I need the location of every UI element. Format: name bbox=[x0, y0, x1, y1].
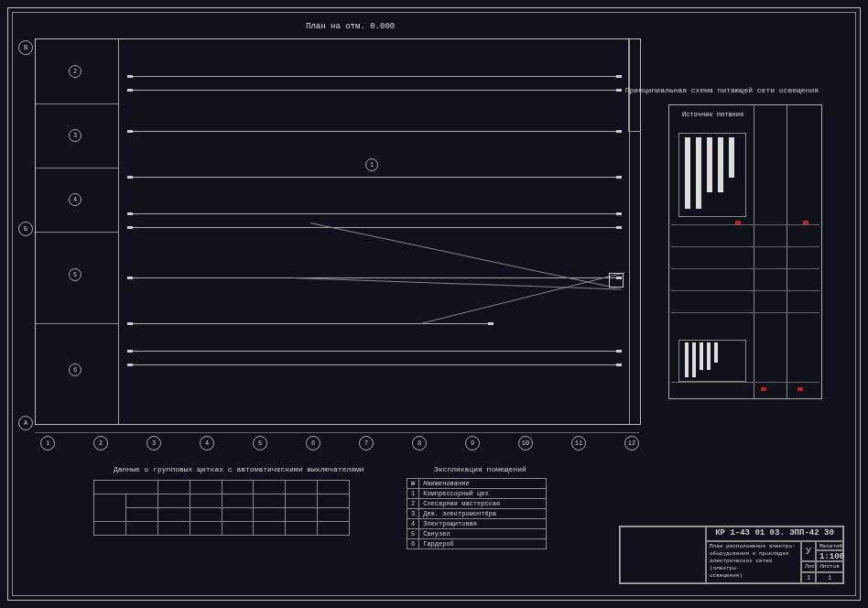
table-row: 4Электрощитовая bbox=[407, 519, 547, 529]
grid-bubble: 10 bbox=[518, 436, 533, 451]
scale-label: Масштаб bbox=[816, 541, 843, 550]
lighting-circuit bbox=[127, 90, 622, 91]
riser bbox=[685, 137, 690, 209]
room-label-main: 1 bbox=[365, 158, 378, 171]
aux-rooms: 2 3 4 5 6 bbox=[36, 39, 119, 424]
room-block: 3 bbox=[36, 103, 118, 168]
table-row: 3Деж. электромонтёра bbox=[407, 509, 547, 519]
riser bbox=[729, 137, 734, 178]
sheet-label: Лист bbox=[801, 561, 816, 572]
room-label: 2 bbox=[69, 65, 81, 78]
room-label: 3 bbox=[69, 129, 81, 142]
signatures-area bbox=[620, 527, 706, 583]
riser bbox=[700, 342, 703, 370]
drawing-frame-inner: План на отм. 0.000 2 3 4 5 6 bbox=[12, 12, 856, 596]
grid-bubble: 1 bbox=[40, 436, 55, 451]
grid-bubble: 11 bbox=[571, 436, 586, 451]
feeder-line bbox=[292, 277, 622, 290]
rooms-table-title: Экспликация помещений bbox=[434, 465, 526, 473]
grid-bubble: 7 bbox=[359, 436, 374, 451]
table-row: 5Санузел bbox=[407, 529, 547, 539]
scheme-spec-row bbox=[671, 224, 819, 247]
desc-line: План расположения электро- bbox=[710, 543, 796, 549]
scheme-source-label: Источник питания bbox=[682, 111, 743, 118]
drawing-code: КР 1-43 01 03. ЭПП-42 30 bbox=[706, 527, 843, 541]
scheme-title: Принципиальная схема питающей сети освещ… bbox=[625, 86, 819, 94]
plan-title: План на отм. 0.000 bbox=[306, 22, 395, 31]
feeder-line bbox=[420, 272, 624, 324]
scheme-spec-row bbox=[671, 246, 819, 269]
grid-bubble: 5 bbox=[253, 436, 267, 451]
room-name: Электрощитовая bbox=[419, 519, 547, 529]
room-no: 1 bbox=[407, 489, 419, 499]
fault-indicator-icon bbox=[761, 387, 766, 391]
sheet-no: 1 bbox=[801, 572, 816, 583]
room-name: Деж. электромонтёра bbox=[419, 509, 547, 519]
room-label: 5 bbox=[69, 268, 81, 281]
grid-bubble: 8 bbox=[412, 436, 427, 451]
grid-bubble: 3 bbox=[146, 436, 161, 451]
shield-table bbox=[93, 480, 350, 536]
floor-plan: 2 3 4 5 6 1 bbox=[35, 38, 641, 425]
lighting-circuit bbox=[127, 277, 622, 278]
lighting-scheme: Источник питания bbox=[668, 104, 822, 399]
scheme-spec-row bbox=[671, 312, 819, 335]
room-no: 2 bbox=[407, 499, 419, 509]
grid-bubble: В bbox=[18, 40, 33, 55]
riser bbox=[714, 342, 718, 363]
room-no: 4 bbox=[407, 519, 419, 529]
grid-bubble: Б bbox=[18, 222, 33, 236]
room-block: 5 bbox=[36, 232, 118, 324]
riser bbox=[707, 342, 711, 370]
letter: У bbox=[801, 541, 816, 561]
lighting-circuit bbox=[127, 177, 622, 178]
grid-bubble: 9 bbox=[465, 436, 480, 451]
fault-indicator-icon bbox=[797, 387, 803, 391]
lighting-circuit bbox=[127, 364, 622, 365]
desc-line: освещения) bbox=[710, 572, 743, 579]
room-label: 4 bbox=[69, 193, 81, 206]
lighting-circuit bbox=[127, 227, 622, 228]
lighting-circuit bbox=[127, 76, 622, 77]
grid-bubble: 4 bbox=[200, 436, 214, 451]
rooms-table: № Наименование 1Компрессорный цех 2Слеса… bbox=[407, 478, 547, 549]
scheme-spec-row bbox=[671, 268, 819, 291]
table-row: 1Компрессорный цех bbox=[407, 489, 547, 499]
lighting-circuit bbox=[127, 351, 622, 352]
scheme-block bbox=[678, 340, 746, 382]
scale-value: 1:100 bbox=[816, 550, 843, 561]
table-row: 6Гардероб bbox=[407, 539, 547, 549]
desc-line: электрических сетей (электро- bbox=[710, 558, 772, 571]
drawing-description: План расположения электро- оборудования … bbox=[706, 541, 801, 583]
rooms-head-name: Наименование bbox=[419, 479, 547, 489]
room-block: 4 bbox=[36, 168, 118, 233]
desc-line: оборудования и прокладки bbox=[710, 550, 788, 557]
lighting-circuit bbox=[127, 323, 494, 324]
grid-bubble: 12 bbox=[624, 436, 639, 451]
grid-numbers-row: 1 2 3 4 5 6 7 8 9 10 11 12 bbox=[35, 427, 639, 454]
room-name: Слесарная мастерская bbox=[419, 499, 547, 509]
riser bbox=[718, 137, 723, 192]
lighting-circuit bbox=[127, 213, 622, 214]
room-no: 3 bbox=[407, 509, 419, 519]
drawing-frame-outer: План на отм. 0.000 2 3 4 5 6 bbox=[7, 7, 861, 601]
title-block: КР 1-43 01 03. ЭПП-42 30 План расположен… bbox=[619, 526, 844, 584]
scheme-spec-row bbox=[671, 290, 819, 313]
riser bbox=[707, 137, 712, 192]
room-name: Санузел bbox=[419, 529, 547, 539]
riser bbox=[692, 342, 696, 377]
scheme-block bbox=[678, 133, 746, 217]
sheets-label: Листов bbox=[816, 561, 843, 572]
sheets-no: 1 bbox=[816, 572, 843, 583]
table-row: 2Слесарная мастерская bbox=[407, 499, 547, 509]
grid-bubble: А bbox=[18, 416, 33, 430]
rooms-head-no: № bbox=[407, 479, 419, 489]
room-label: 6 bbox=[69, 364, 81, 376]
grid-bubble: 6 bbox=[306, 436, 320, 451]
room-name: Гардероб bbox=[419, 539, 547, 549]
room-no: 5 bbox=[407, 529, 419, 539]
dimension-line bbox=[35, 432, 639, 433]
room-no: 6 bbox=[407, 539, 419, 549]
shield-table-title: Данные о групповых щитках с автоматическ… bbox=[114, 465, 364, 473]
riser bbox=[685, 342, 689, 377]
